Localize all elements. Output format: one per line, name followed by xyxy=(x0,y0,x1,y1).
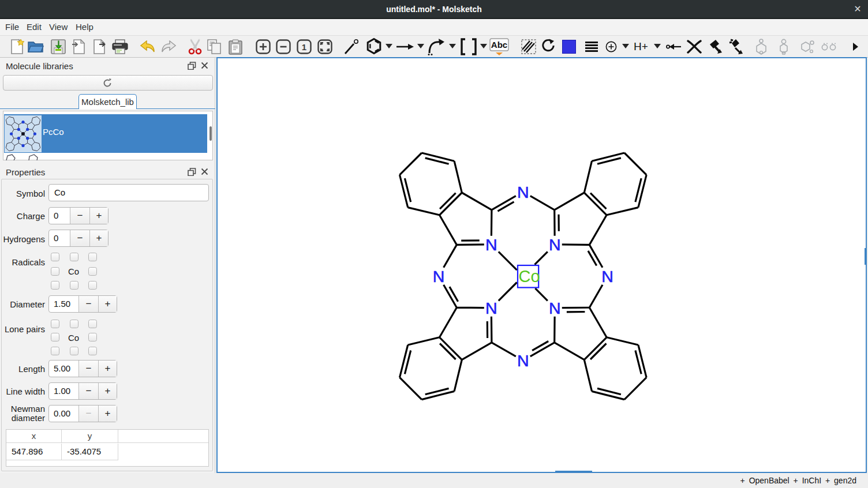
svg-text:N: N xyxy=(517,183,529,201)
svg-text:Co: Co xyxy=(519,267,540,286)
svg-text:1: 1 xyxy=(302,42,306,52)
svg-text:N: N xyxy=(549,299,561,317)
svg-text:Abc: Abc xyxy=(491,40,507,50)
svg-text:N: N xyxy=(433,267,445,286)
svg-text:N: N xyxy=(517,351,529,370)
svg-text:N: N xyxy=(601,267,613,286)
svg-text:H+: H+ xyxy=(634,41,648,52)
svg-text:N: N xyxy=(485,299,497,317)
svg-text:N: N xyxy=(549,235,561,254)
svg-text:N: N xyxy=(485,235,497,254)
